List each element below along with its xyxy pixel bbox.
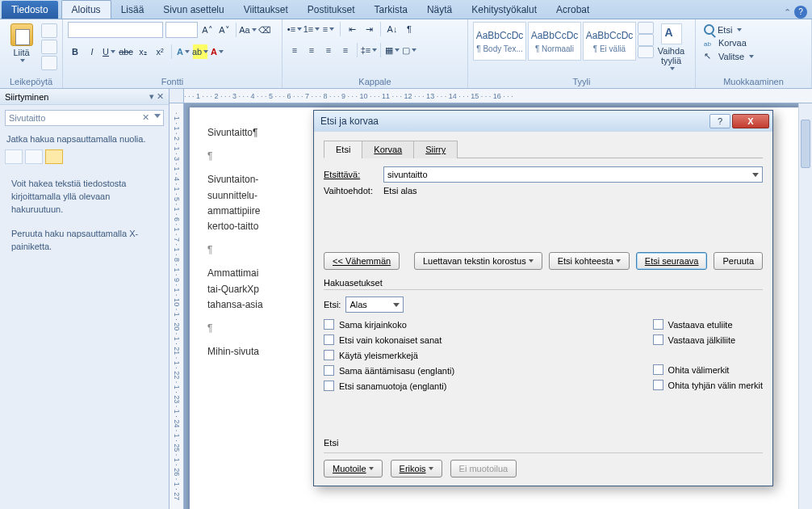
dialog-help-button[interactable]: ? xyxy=(709,114,730,128)
font-size-combo[interactable] xyxy=(165,22,198,38)
sounds-like-checkbox[interactable]: Sama ääntämisasu (englanti) xyxy=(324,365,454,376)
select-button[interactable]: ↖ Valitse xyxy=(701,50,757,63)
reading-highlight-button[interactable]: Luettavan tekstin korostus xyxy=(414,252,542,270)
dialog-close-button[interactable]: X xyxy=(732,114,769,128)
cancel-button[interactable]: Peruuta xyxy=(714,252,763,270)
tab-developer[interactable]: Kehitystyökalut xyxy=(462,1,546,19)
nav-headings-tab[interactable] xyxy=(5,149,23,164)
style-scroll-up[interactable] xyxy=(638,22,654,34)
style-item[interactable]: AaBbCcDc ¶ Body Tex... xyxy=(473,22,526,61)
wildcards-checkbox[interactable]: Käytä yleismerkkejä xyxy=(324,350,454,360)
match-suffix-checkbox[interactable]: Vastaava jälkiliite xyxy=(653,334,763,345)
grow-font-button[interactable]: A˄ xyxy=(200,23,215,37)
paste-icon xyxy=(10,23,33,46)
find-button[interactable]: Etsi xyxy=(701,23,757,36)
decrease-indent-button[interactable]: ⇤ xyxy=(345,22,359,36)
nav-pages-tab[interactable] xyxy=(25,149,43,164)
tab-file[interactable]: Tiedosto xyxy=(2,1,58,19)
replace-button[interactable]: Korvaa xyxy=(701,37,757,48)
line-spacing-button[interactable]: ‡≡ xyxy=(362,43,376,57)
styles-group-label: Tyyli xyxy=(473,75,690,86)
style-item[interactable]: AaBbCcDc ¶ Normaali xyxy=(528,22,581,61)
superscript-button[interactable]: x² xyxy=(153,44,167,59)
search-options-icon[interactable] xyxy=(154,114,161,118)
tab-insert[interactable]: Lisää xyxy=(111,1,154,19)
subscript-button[interactable]: x₂ xyxy=(136,44,150,59)
minimize-ribbon-icon[interactable]: ⌃ xyxy=(784,7,791,18)
tab-acrobat[interactable]: Acrobat xyxy=(546,1,599,19)
chevron-down-icon[interactable] xyxy=(752,173,759,177)
dialog-title: Etsi ja korvaa xyxy=(320,116,379,127)
strikethrough-button[interactable]: abc xyxy=(119,44,133,59)
change-styles-button[interactable]: Vaihda tyyliä xyxy=(652,22,690,70)
nav-body-text-2: Peruuta haku napsauttamalla X-painiketta… xyxy=(11,228,157,254)
no-formatting-button: Ei muotoilua xyxy=(450,460,517,477)
align-right-button[interactable]: ≡ xyxy=(321,43,336,57)
bold-button[interactable]: B xyxy=(68,44,82,59)
word-forms-checkbox[interactable]: Etsi sanamuotoja (englanti) xyxy=(324,381,454,391)
font-name-combo[interactable] xyxy=(68,22,163,38)
special-button[interactable]: Erikois xyxy=(391,460,442,477)
chevron-down-icon xyxy=(20,59,25,62)
cut-button[interactable] xyxy=(41,23,57,38)
format-painter-button[interactable] xyxy=(41,56,57,70)
whole-words-checkbox[interactable]: Etsi vain kokonaiset sanat xyxy=(324,334,454,345)
show-marks-button[interactable]: ¶ xyxy=(402,22,416,36)
italic-button[interactable]: I xyxy=(85,44,99,59)
format-button[interactable]: Muotoile xyxy=(324,460,383,477)
tab-review[interactable]: Tarkista xyxy=(365,1,417,19)
copy-button[interactable] xyxy=(41,40,57,54)
vertical-ruler[interactable]: · 1 · 1 · 2 · 1 · 3 · 1 · 4 · 1 · 5 · 1 … xyxy=(170,103,184,509)
nav-search-input[interactable] xyxy=(5,110,164,126)
dialog-tab-find[interactable]: Etsi xyxy=(324,141,362,158)
align-center-button[interactable]: ≡ xyxy=(304,43,319,57)
less-button[interactable]: << Vähemmän xyxy=(324,252,400,270)
search-options-title: Hakuasetukset xyxy=(324,278,763,288)
find-next-button[interactable]: Etsi seuraava xyxy=(636,252,708,270)
style-scroll-down[interactable] xyxy=(638,34,654,46)
tab-page-layout[interactable]: Sivun asettelu xyxy=(153,1,233,19)
ignore-whitespace-checkbox[interactable]: Ohita tyhjän välin merkit xyxy=(653,380,763,390)
nav-results-tab[interactable] xyxy=(45,149,63,164)
bullets-button[interactable]: •≡ xyxy=(287,22,302,36)
sort-button[interactable]: A↓ xyxy=(385,22,400,36)
underline-button[interactable]: U xyxy=(102,44,116,59)
ignore-punct-checkbox[interactable]: Ohita välimerkit xyxy=(653,364,763,375)
tab-home[interactable]: Aloitus xyxy=(61,0,111,19)
style-gallery[interactable]: AaBbCcDc ¶ Body Tex... AaBbCcDc ¶ Normaa… xyxy=(473,22,649,61)
shading-button[interactable]: ▦ xyxy=(385,43,400,57)
footer-find-label: Etsi xyxy=(324,438,763,448)
justify-button[interactable]: ≡ xyxy=(338,43,353,57)
vertical-scrollbar[interactable] xyxy=(798,103,812,509)
dialog-tab-goto[interactable]: Siirry xyxy=(413,141,458,158)
nav-dropdown-icon[interactable]: ▾ xyxy=(149,91,154,101)
tab-references[interactable]: Viittaukset xyxy=(234,1,298,19)
style-item[interactable]: AaBbCcDc ¶ Ei väliä xyxy=(583,22,636,61)
borders-button[interactable]: ▢ xyxy=(402,43,416,57)
shrink-font-button[interactable]: A˅ xyxy=(217,23,232,37)
style-expand[interactable] xyxy=(638,46,654,58)
tab-view[interactable]: Näytä xyxy=(417,1,462,19)
align-left-button[interactable]: ≡ xyxy=(287,43,302,57)
change-case-button[interactable]: Aa xyxy=(241,23,255,37)
highlight-button[interactable]: ab xyxy=(193,44,207,59)
nav-close-icon[interactable]: ✕ xyxy=(157,91,164,101)
match-prefix-checkbox[interactable]: Vastaava etuliite xyxy=(653,319,763,330)
find-what-input[interactable]: sivuntaitto xyxy=(383,166,763,183)
clear-formatting-button[interactable]: ⌫ xyxy=(257,23,272,37)
multilevel-list-button[interactable]: ≡ xyxy=(321,22,336,36)
paste-button[interactable]: Liitä xyxy=(5,22,38,62)
search-direction-combo[interactable]: Alas xyxy=(345,297,404,313)
increase-indent-button[interactable]: ⇥ xyxy=(362,22,376,36)
clear-search-icon[interactable]: ✕ xyxy=(142,112,149,123)
font-group-label: Fontti xyxy=(68,75,277,86)
tab-mailings[interactable]: Postitukset xyxy=(298,1,365,19)
horizontal-ruler[interactable]: · · · 1 · · · 2 · · · 3 · · · 4 · · · 5 … xyxy=(184,89,812,103)
help-icon[interactable]: ? xyxy=(794,6,807,19)
text-effects-button[interactable]: A xyxy=(176,44,190,59)
dialog-tab-replace[interactable]: Korvaa xyxy=(362,141,414,158)
find-in-button[interactable]: Etsi kohteesta xyxy=(549,252,630,270)
numbering-button[interactable]: 1≡ xyxy=(304,22,319,36)
match-case-checkbox[interactable]: Sama kirjainkoko xyxy=(324,319,454,330)
font-color-button[interactable]: A xyxy=(210,44,224,59)
